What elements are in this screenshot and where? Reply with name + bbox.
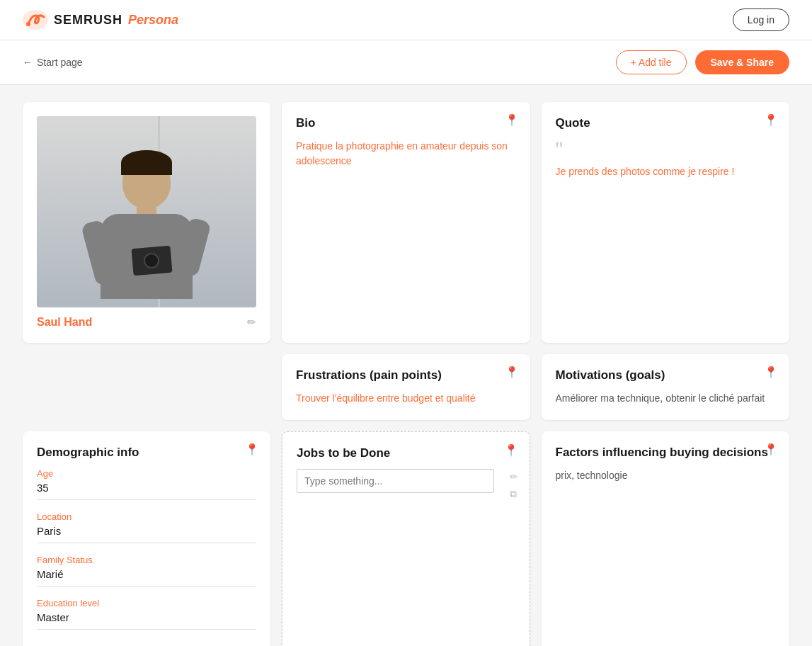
back-label: Start page xyxy=(37,57,83,68)
motivations-text: Améliorer ma technique, obtenir le clich… xyxy=(556,391,776,406)
edit-icon[interactable]: ✏ xyxy=(247,316,256,329)
jobs-title: Jobs to be Done xyxy=(297,446,515,460)
factors-title: Factors influencing buying decisions xyxy=(556,446,776,460)
jobs-input[interactable] xyxy=(297,469,494,493)
motivations-card: 📍 Motivations (goals) Améliorer ma techn… xyxy=(542,354,790,420)
quote-text: Je prends des photos comme je respire ! xyxy=(556,164,776,179)
age-label: Age xyxy=(37,468,256,479)
jobs-card: 📍 Jobs to be Done ✏ ⧉ xyxy=(282,431,530,646)
education-value: Master xyxy=(37,611,256,630)
family-value: Marié xyxy=(37,568,256,586)
location-field: Location Paris xyxy=(37,511,256,543)
location-label: Location xyxy=(37,511,256,522)
bio-text: Pratique la photographie en amateur depu… xyxy=(296,139,516,169)
location-value: Paris xyxy=(37,525,256,543)
profile-first-name: Saul xyxy=(37,316,61,328)
jobs-actions: ✏ ⧉ xyxy=(510,471,518,500)
arrow-left-icon: ← xyxy=(23,57,33,68)
family-field: Family Status Marié xyxy=(37,555,256,586)
pin-icon-quote: 📍 xyxy=(764,113,778,127)
pin-icon-jobs: 📍 xyxy=(504,443,518,457)
bio-card: 📍 Bio Pratique la photographie en amateu… xyxy=(282,102,530,343)
main-grid: Saul Hand ✏ 📍 Bio Pratique la photograph… xyxy=(0,85,812,646)
frustrations-text: Trouver l'équilibre entre budget et qual… xyxy=(296,391,516,406)
demographic-title: Demographic info xyxy=(37,446,256,460)
pencil-icon[interactable]: ✏ xyxy=(510,471,518,482)
copy-icon[interactable]: ⧉ xyxy=(510,488,518,500)
profile-image xyxy=(37,116,256,307)
profile-name: Saul Hand xyxy=(37,316,92,329)
frustrations-title: Frustrations (pain points) xyxy=(296,368,516,382)
age-field: Age 35 xyxy=(37,468,256,500)
demographic-card: 📍 Demographic info Age 35 Location Paris… xyxy=(23,431,270,646)
pin-icon-motivations: 📍 xyxy=(764,366,778,379)
pin-icon-factors: 📍 xyxy=(764,443,778,456)
save-share-button[interactable]: Save & Share xyxy=(695,50,790,74)
toolbar: ← Start page + Add tile Save & Share xyxy=(0,40,812,85)
profile-name-row: Saul Hand ✏ xyxy=(37,316,256,329)
logo-area: SEMRUSH Persona xyxy=(23,10,178,30)
quote-title: Quote xyxy=(556,116,776,130)
semrush-logo-icon xyxy=(23,10,48,30)
education-field: Education level Master xyxy=(37,598,256,630)
logo-brand: SEMRUSH xyxy=(54,13,122,28)
add-tile-button[interactable]: + Add tile xyxy=(616,50,687,74)
header: SEMRUSH Persona Log in xyxy=(0,0,812,40)
svg-point-1 xyxy=(26,22,30,26)
frustrations-card: 📍 Frustrations (pain points) Trouver l'é… xyxy=(282,354,530,420)
age-value: 35 xyxy=(37,482,256,500)
family-label: Family Status xyxy=(37,555,256,565)
factors-card: 📍 Factors influencing buying decisions p… xyxy=(542,431,790,646)
profile-image-container xyxy=(37,116,256,307)
login-button[interactable]: Log in xyxy=(733,8,789,31)
pin-icon-frustrations: 📍 xyxy=(505,366,519,379)
quote-mark: " xyxy=(556,139,776,160)
profile-card: Saul Hand ✏ xyxy=(23,102,270,343)
pin-icon-bio: 📍 xyxy=(505,113,519,127)
bio-title: Bio xyxy=(296,116,516,130)
education-label: Education level xyxy=(37,598,256,608)
toolbar-actions: + Add tile Save & Share xyxy=(616,50,790,74)
motivations-title: Motivations (goals) xyxy=(556,368,776,382)
profile-last-name: Hand xyxy=(61,316,92,328)
pin-icon-demographic: 📍 xyxy=(245,443,259,456)
quote-card: 📍 Quote " Je prends des photos comme je … xyxy=(542,102,790,343)
logo-product: Persona xyxy=(128,13,178,28)
factors-text: prix, technologie xyxy=(556,468,776,483)
back-link[interactable]: ← Start page xyxy=(23,57,83,68)
